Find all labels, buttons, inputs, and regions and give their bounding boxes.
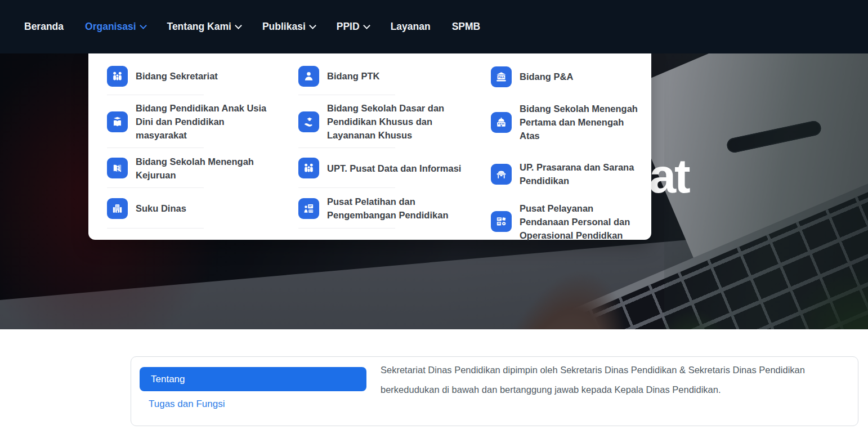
tab-tugas-dan-fungsi[interactable]: Tugas dan Fungsi: [149, 399, 225, 410]
dropdown-column-3: P&A Bidang P&A Bidang Sekolah Menengah P…: [491, 57, 640, 243]
office-building-icon: [107, 198, 128, 219]
menu-item-label: Bidang P&A: [520, 70, 573, 83]
content-card: TentangTugas dan Fungsi Sekretariat Dina…: [131, 356, 858, 426]
menu-item-up-prasarana-dan-sarana-pendidikan[interactable]: UP. Prasarana dan Sarana Pendidikan: [491, 148, 640, 200]
nav-item-layanan[interactable]: Layanan: [391, 21, 431, 33]
book-search-icon: [107, 158, 128, 178]
equipment-icon: [491, 211, 512, 232]
menu-item-label: Bidang Sekolah Menengah Pertama dan Mene…: [520, 102, 640, 142]
chevron-down-icon: [235, 22, 242, 29]
nav-item-publikasi[interactable]: Publikasi: [262, 21, 315, 33]
menu-item-label: Pusat Pelatihan dan Pengembangan Pendidi…: [327, 195, 462, 222]
menu-item-label: Bidang Sekolah Menengah Kejuruan: [136, 155, 271, 182]
menu-item-bidang-sekolah-dasar-dan-pendidikan-khusus-dan-layananan-khusus[interactable]: Bidang Sekolah Dasar dan Pendidikan Khus…: [298, 95, 491, 148]
bank-icon: P&A: [491, 66, 512, 87]
menu-item-bidang-ptk[interactable]: Bidang PTK: [298, 57, 491, 95]
dropdown-column-1: Bidang Sekretariat Bidang Pendidikan Ana…: [107, 57, 298, 243]
menu-item-label: Bidang PTK: [327, 69, 380, 83]
page: Beranda Organisasi Tentang Kami Publikas…: [0, 0, 868, 434]
menu-item-pusat-pelayanan-pendanaan-personal-dan-operasional-pendidkan[interactable]: Pusat Pelayanan Pendanaan Personal dan O…: [491, 200, 640, 243]
nav-item-label: Beranda: [24, 21, 64, 33]
nav-item-label: PPID: [337, 21, 360, 33]
menu-item-bidang-p-a[interactable]: P&A Bidang P&A: [491, 57, 640, 96]
menu-item-bidang-sekolah-menengah-pertama-dan-menengah-atas[interactable]: Bidang Sekolah Menengah Pertama dan Mene…: [491, 96, 640, 148]
nav-item-organisasi[interactable]: Organisasi: [85, 21, 145, 33]
chevron-down-icon: [140, 22, 147, 29]
nav-item-spmb[interactable]: SPMB: [452, 21, 481, 33]
menu-item-pusat-pelatihan-dan-pengembangan-pendidikan[interactable]: Pusat Pelatihan dan Pengembangan Pendidi…: [298, 188, 491, 229]
nav-item-label: Publikasi: [262, 21, 306, 33]
nav-item-label: SPMB: [452, 21, 481, 33]
nav-item-tentang-kami[interactable]: Tentang Kami: [167, 21, 241, 33]
desk-icon: [491, 164, 512, 185]
school-building-icon: [491, 112, 512, 133]
svg-text:P&A: P&A: [498, 75, 504, 79]
chevron-down-icon: [309, 22, 316, 29]
family-icon: [298, 158, 319, 178]
menu-item-label: UP. Prasarana dan Sarana Pendidikan: [520, 160, 640, 187]
chevron-down-icon: [363, 22, 370, 29]
family-icon: [107, 66, 128, 87]
top-nav: Beranda Organisasi Tentang Kami Publikas…: [0, 0, 868, 53]
menu-item-label: Bidang Sekolah Dasar dan Pendidikan Khus…: [327, 101, 462, 142]
hand-graduate-icon: [298, 111, 319, 132]
graduates-reading-icon: [107, 111, 128, 132]
menu-item-bidang-pendidikan-anak-usia-dini-dan-pendidikan-masyarakat[interactable]: Bidang Pendidikan Anak Usia Dini dan Pen…: [107, 95, 298, 148]
organisasi-dropdown-menu: Bidang Sekretariat Bidang Pendidikan Ana…: [88, 53, 651, 240]
menu-item-label: Pusat Pelayanan Pendanaan Personal dan O…: [520, 202, 640, 242]
menu-item-bidang-sekolah-menengah-kejuruan[interactable]: Bidang Sekolah Menengah Kejuruan: [107, 148, 298, 188]
nav-item-label: Tentang Kami: [167, 21, 231, 33]
nav-item-beranda[interactable]: Beranda: [24, 21, 64, 33]
menu-item-label: Bidang Sekretariat: [136, 69, 218, 83]
menu-item-label: UPT. Pusat Data dan Informasi: [327, 162, 461, 175]
menu-item-label: Bidang Pendidikan Anak Usia Dini dan Pen…: [136, 101, 271, 142]
menu-item-upt-pusat-data-dan-informasi[interactable]: UPT. Pusat Data dan Informasi: [298, 148, 491, 188]
nav-item-ppid[interactable]: PPID: [337, 21, 369, 33]
dropdown-column-2: Bidang PTK Bidang Sekolah Dasar dan Pend…: [298, 57, 491, 243]
menu-item-label: Suku Dinas: [136, 202, 186, 215]
menu-item-bidang-sekretariat[interactable]: Bidang Sekretariat: [107, 57, 298, 95]
nav-item-label: Layanan: [391, 21, 431, 33]
tab-tentang[interactable]: Tentang: [140, 367, 366, 391]
menu-item-suku-dinas[interactable]: Suku Dinas: [107, 188, 298, 229]
about-paragraph: Sekretariat Dinas Pendidikan dipimpin ol…: [381, 360, 828, 400]
nav-item-label: Organisasi: [85, 21, 136, 33]
training-presentation-icon: [298, 198, 319, 219]
person-icon: [298, 66, 319, 87]
